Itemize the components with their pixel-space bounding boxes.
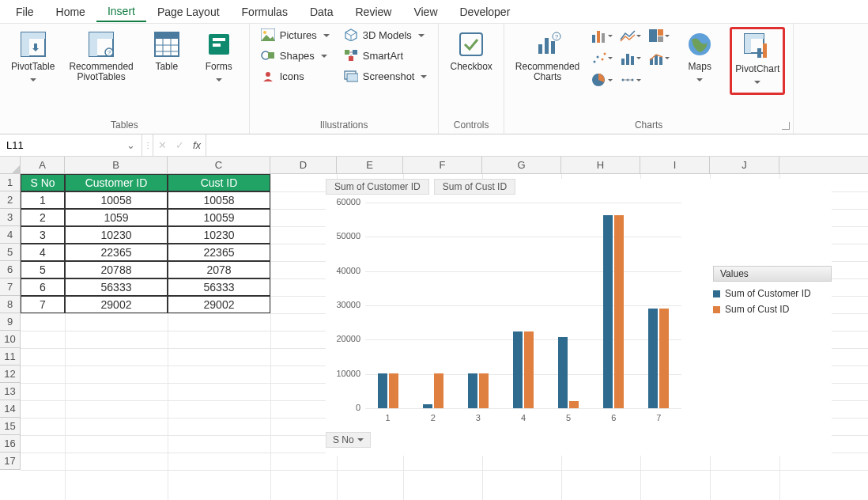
stat-chart-button[interactable] <box>619 49 641 66</box>
smartart-button[interactable]: SmartArt <box>341 47 431 63</box>
surface-chart-button[interactable] <box>619 71 641 89</box>
chart-bar[interactable] <box>378 373 387 408</box>
tab-insert[interactable]: Insert <box>96 2 146 22</box>
tab-view[interactable]: View <box>402 2 448 21</box>
shapes-button[interactable]: Shapes <box>258 47 333 63</box>
pictures-button[interactable]: Pictures <box>258 27 333 43</box>
forms-button[interactable]: Forms <box>197 27 241 87</box>
column-chart-button[interactable] <box>591 27 613 44</box>
chart-bar[interactable] <box>468 373 477 408</box>
pivot-chart[interactable]: Sum of Customer IDSum of Cust IDValuesSu… <box>326 179 832 456</box>
row-header-13[interactable]: 13 <box>0 383 20 400</box>
pivottable-button[interactable]: PivotTable <box>8 27 58 87</box>
fx-label[interactable]: fx <box>188 134 206 156</box>
col-header-H[interactable]: H <box>561 157 640 173</box>
pivotchart-button[interactable]: PivotChart <box>730 27 785 95</box>
cell-grid[interactable]: S NoCustomer IDCust ID110058100582105910… <box>21 174 868 500</box>
row-header-9[interactable]: 9 <box>0 313 20 331</box>
row-header-8[interactable]: 8 <box>0 296 20 313</box>
table-header[interactable]: Customer ID <box>65 174 168 191</box>
table-cell[interactable]: 56333 <box>65 278 168 296</box>
enter-formula-button[interactable]: ✓ <box>171 134 188 156</box>
row-header-17[interactable]: 17 <box>0 453 20 470</box>
recommended-charts-button[interactable]: ? Recommended Charts <box>512 27 583 82</box>
chart-bar[interactable] <box>648 309 658 408</box>
chart-bar[interactable] <box>558 337 568 408</box>
chart-field-button[interactable]: Sum of Cust ID <box>434 179 515 195</box>
chart-field-button[interactable]: Sum of Customer ID <box>326 179 429 195</box>
table-cell[interactable]: 6 <box>21 278 65 296</box>
row-header-15[interactable]: 15 <box>0 418 20 435</box>
row-header-14[interactable]: 14 <box>0 400 20 418</box>
tab-page-layout[interactable]: Page Layout <box>146 2 231 21</box>
formula-input[interactable] <box>206 134 868 156</box>
cancel-formula-button[interactable]: ✕ <box>153 134 171 156</box>
line-chart-button[interactable] <box>619 27 641 44</box>
table-header[interactable]: S No <box>21 174 65 191</box>
combo-chart-button[interactable] <box>647 49 670 66</box>
tab-file[interactable]: File <box>5 2 45 21</box>
screenshot-button[interactable]: Screenshot <box>341 68 431 84</box>
row-header-10[interactable]: 10 <box>0 331 20 348</box>
tab-review[interactable]: Review <box>345 2 403 21</box>
table-cell[interactable]: 10230 <box>168 226 270 244</box>
row-header-7[interactable]: 7 <box>0 278 20 296</box>
table-cell[interactable]: 22365 <box>65 244 168 261</box>
tab-developer[interactable]: Developer <box>449 2 522 21</box>
table-cell[interactable]: 29002 <box>65 296 168 313</box>
chart-bar[interactable] <box>423 404 432 408</box>
col-header-C[interactable]: C <box>168 157 270 173</box>
table-cell[interactable]: 22365 <box>168 244 270 261</box>
chart-bar[interactable] <box>434 373 443 408</box>
chart-filter-button[interactable]: S No <box>326 432 371 448</box>
row-header-2[interactable]: 2 <box>0 191 20 209</box>
table-cell[interactable]: 56333 <box>168 278 270 296</box>
table-cell[interactable]: 10058 <box>65 191 168 209</box>
name-box-dropdown[interactable]: ⌄ <box>126 139 135 151</box>
tab-data[interactable]: Data <box>299 2 345 21</box>
legend-item[interactable]: Sum of Cust ID <box>713 304 832 315</box>
3d-models-button[interactable]: 3D Models <box>341 27 431 43</box>
table-cell[interactable]: 3 <box>21 226 65 244</box>
table-cell[interactable]: 4 <box>21 244 65 261</box>
row-header-4[interactable]: 4 <box>0 226 20 244</box>
row-header-12[interactable]: 12 <box>0 366 20 383</box>
row-header-1[interactable]: 1 <box>0 174 20 191</box>
chart-bar[interactable] <box>659 309 669 408</box>
table-cell[interactable]: 20788 <box>65 261 168 278</box>
col-header-J[interactable]: J <box>710 157 779 173</box>
col-header-F[interactable]: F <box>403 157 482 173</box>
col-header-I[interactable]: I <box>640 157 710 173</box>
name-box-input[interactable] <box>6 139 126 151</box>
col-header-D[interactable]: D <box>270 157 337 173</box>
table-cell[interactable]: 7 <box>21 296 65 313</box>
charts-dialog-launcher[interactable] <box>782 122 790 130</box>
col-header-E[interactable]: E <box>337 157 403 173</box>
scatter-chart-button[interactable] <box>591 49 613 66</box>
chart-bar[interactable] <box>603 215 613 408</box>
col-header-G[interactable]: G <box>482 157 561 173</box>
col-header-B[interactable]: B <box>65 157 168 173</box>
chart-bar[interactable] <box>479 373 489 408</box>
chart-bar[interactable] <box>389 373 398 408</box>
table-cell[interactable]: 10230 <box>65 226 168 244</box>
tab-formulas[interactable]: Formulas <box>231 2 299 21</box>
recommended-pivottables-button[interactable]: ? Recommended PivotTables <box>66 27 136 82</box>
col-header-A[interactable]: A <box>21 157 65 173</box>
tab-home[interactable]: Home <box>45 2 96 21</box>
row-header-6[interactable]: 6 <box>0 261 20 278</box>
name-box[interactable]: ⌄ <box>0 134 142 156</box>
table-header[interactable]: Cust ID <box>168 174 270 191</box>
checkbox-button[interactable]: Checkbox <box>447 27 495 72</box>
table-cell[interactable]: 10058 <box>168 191 270 209</box>
table-cell[interactable]: 10059 <box>168 209 270 226</box>
chart-bar[interactable] <box>524 331 534 408</box>
table-cell[interactable]: 1 <box>21 191 65 209</box>
chart-bar[interactable] <box>614 215 624 408</box>
maps-button[interactable]: Maps <box>677 27 722 87</box>
pie-chart-button[interactable] <box>591 71 613 89</box>
treemap-chart-button[interactable] <box>647 27 670 44</box>
row-header-5[interactable]: 5 <box>0 244 20 261</box>
row-header-11[interactable]: 11 <box>0 348 20 366</box>
legend-item[interactable]: Sum of Customer ID <box>713 288 832 299</box>
